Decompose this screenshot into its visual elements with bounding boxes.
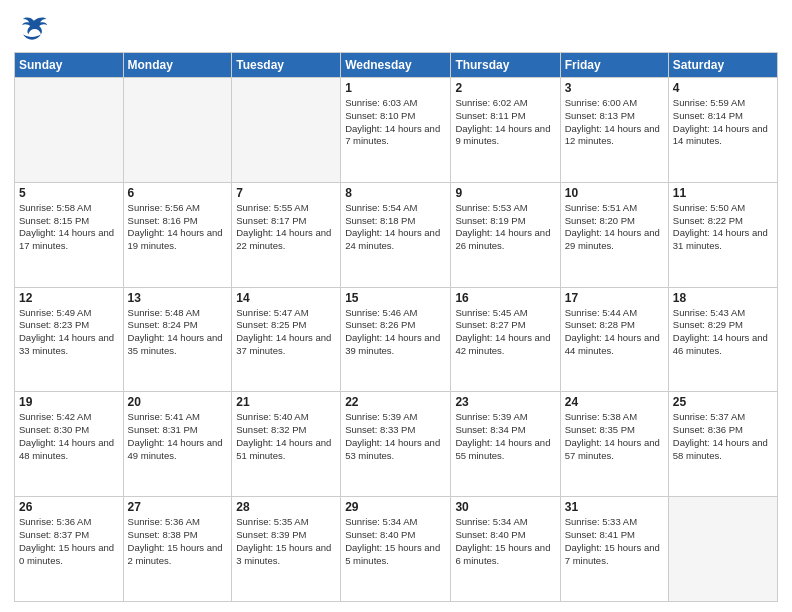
day-number: 9 [455, 186, 555, 200]
day-info: Sunrise: 5:33 AM Sunset: 8:41 PM Dayligh… [565, 516, 664, 567]
calendar-cell: 9Sunrise: 5:53 AM Sunset: 8:19 PM Daylig… [451, 182, 560, 287]
calendar-cell: 2Sunrise: 6:02 AM Sunset: 8:11 PM Daylig… [451, 78, 560, 183]
calendar-cell [123, 78, 232, 183]
day-info: Sunrise: 5:41 AM Sunset: 8:31 PM Dayligh… [128, 411, 228, 462]
calendar-cell: 15Sunrise: 5:46 AM Sunset: 8:26 PM Dayli… [341, 287, 451, 392]
calendar-cell: 8Sunrise: 5:54 AM Sunset: 8:18 PM Daylig… [341, 182, 451, 287]
calendar-cell: 4Sunrise: 5:59 AM Sunset: 8:14 PM Daylig… [668, 78, 777, 183]
day-info: Sunrise: 5:54 AM Sunset: 8:18 PM Dayligh… [345, 202, 446, 253]
day-number: 22 [345, 395, 446, 409]
day-number: 21 [236, 395, 336, 409]
day-info: Sunrise: 5:40 AM Sunset: 8:32 PM Dayligh… [236, 411, 336, 462]
day-number: 11 [673, 186, 773, 200]
header [14, 10, 778, 46]
day-info: Sunrise: 5:56 AM Sunset: 8:16 PM Dayligh… [128, 202, 228, 253]
logo [14, 10, 54, 46]
day-info: Sunrise: 5:37 AM Sunset: 8:36 PM Dayligh… [673, 411, 773, 462]
week-row-5: 26Sunrise: 5:36 AM Sunset: 8:37 PM Dayli… [15, 497, 778, 602]
calendar-cell: 30Sunrise: 5:34 AM Sunset: 8:40 PM Dayli… [451, 497, 560, 602]
day-number: 1 [345, 81, 446, 95]
day-info: Sunrise: 5:34 AM Sunset: 8:40 PM Dayligh… [345, 516, 446, 567]
day-number: 2 [455, 81, 555, 95]
week-row-2: 5Sunrise: 5:58 AM Sunset: 8:15 PM Daylig… [15, 182, 778, 287]
calendar-cell: 31Sunrise: 5:33 AM Sunset: 8:41 PM Dayli… [560, 497, 668, 602]
calendar-cell: 26Sunrise: 5:36 AM Sunset: 8:37 PM Dayli… [15, 497, 124, 602]
day-number: 17 [565, 291, 664, 305]
day-info: Sunrise: 5:39 AM Sunset: 8:34 PM Dayligh… [455, 411, 555, 462]
calendar-cell: 17Sunrise: 5:44 AM Sunset: 8:28 PM Dayli… [560, 287, 668, 392]
weekday-row: Sunday Monday Tuesday Wednesday Thursday… [15, 53, 778, 78]
day-info: Sunrise: 5:45 AM Sunset: 8:27 PM Dayligh… [455, 307, 555, 358]
day-number: 30 [455, 500, 555, 514]
calendar-cell: 16Sunrise: 5:45 AM Sunset: 8:27 PM Dayli… [451, 287, 560, 392]
day-info: Sunrise: 5:50 AM Sunset: 8:22 PM Dayligh… [673, 202, 773, 253]
day-info: Sunrise: 5:51 AM Sunset: 8:20 PM Dayligh… [565, 202, 664, 253]
col-monday: Monday [123, 53, 232, 78]
day-number: 18 [673, 291, 773, 305]
calendar-cell: 29Sunrise: 5:34 AM Sunset: 8:40 PM Dayli… [341, 497, 451, 602]
day-info: Sunrise: 5:48 AM Sunset: 8:24 PM Dayligh… [128, 307, 228, 358]
day-info: Sunrise: 5:36 AM Sunset: 8:38 PM Dayligh… [128, 516, 228, 567]
day-info: Sunrise: 5:55 AM Sunset: 8:17 PM Dayligh… [236, 202, 336, 253]
day-info: Sunrise: 6:00 AM Sunset: 8:13 PM Dayligh… [565, 97, 664, 148]
day-info: Sunrise: 6:02 AM Sunset: 8:11 PM Dayligh… [455, 97, 555, 148]
calendar-cell: 22Sunrise: 5:39 AM Sunset: 8:33 PM Dayli… [341, 392, 451, 497]
day-number: 14 [236, 291, 336, 305]
col-tuesday: Tuesday [232, 53, 341, 78]
day-info: Sunrise: 5:36 AM Sunset: 8:37 PM Dayligh… [19, 516, 119, 567]
day-number: 23 [455, 395, 555, 409]
day-number: 5 [19, 186, 119, 200]
day-number: 16 [455, 291, 555, 305]
week-row-4: 19Sunrise: 5:42 AM Sunset: 8:30 PM Dayli… [15, 392, 778, 497]
col-saturday: Saturday [668, 53, 777, 78]
day-info: Sunrise: 5:35 AM Sunset: 8:39 PM Dayligh… [236, 516, 336, 567]
week-row-3: 12Sunrise: 5:49 AM Sunset: 8:23 PM Dayli… [15, 287, 778, 392]
day-info: Sunrise: 5:43 AM Sunset: 8:29 PM Dayligh… [673, 307, 773, 358]
day-info: Sunrise: 5:47 AM Sunset: 8:25 PM Dayligh… [236, 307, 336, 358]
day-number: 6 [128, 186, 228, 200]
day-info: Sunrise: 5:53 AM Sunset: 8:19 PM Dayligh… [455, 202, 555, 253]
day-number: 8 [345, 186, 446, 200]
col-thursday: Thursday [451, 53, 560, 78]
day-number: 10 [565, 186, 664, 200]
calendar-cell: 28Sunrise: 5:35 AM Sunset: 8:39 PM Dayli… [232, 497, 341, 602]
day-number: 3 [565, 81, 664, 95]
day-info: Sunrise: 5:44 AM Sunset: 8:28 PM Dayligh… [565, 307, 664, 358]
calendar-cell: 20Sunrise: 5:41 AM Sunset: 8:31 PM Dayli… [123, 392, 232, 497]
calendar: Sunday Monday Tuesday Wednesday Thursday… [14, 52, 778, 602]
calendar-cell: 27Sunrise: 5:36 AM Sunset: 8:38 PM Dayli… [123, 497, 232, 602]
day-number: 15 [345, 291, 446, 305]
calendar-cell: 23Sunrise: 5:39 AM Sunset: 8:34 PM Dayli… [451, 392, 560, 497]
calendar-cell: 5Sunrise: 5:58 AM Sunset: 8:15 PM Daylig… [15, 182, 124, 287]
calendar-cell: 21Sunrise: 5:40 AM Sunset: 8:32 PM Dayli… [232, 392, 341, 497]
calendar-cell: 12Sunrise: 5:49 AM Sunset: 8:23 PM Dayli… [15, 287, 124, 392]
day-number: 4 [673, 81, 773, 95]
day-number: 27 [128, 500, 228, 514]
day-info: Sunrise: 5:42 AM Sunset: 8:30 PM Dayligh… [19, 411, 119, 462]
day-number: 28 [236, 500, 336, 514]
calendar-cell: 24Sunrise: 5:38 AM Sunset: 8:35 PM Dayli… [560, 392, 668, 497]
calendar-cell: 3Sunrise: 6:00 AM Sunset: 8:13 PM Daylig… [560, 78, 668, 183]
calendar-cell [668, 497, 777, 602]
day-number: 26 [19, 500, 119, 514]
day-info: Sunrise: 5:46 AM Sunset: 8:26 PM Dayligh… [345, 307, 446, 358]
calendar-cell: 11Sunrise: 5:50 AM Sunset: 8:22 PM Dayli… [668, 182, 777, 287]
calendar-cell: 18Sunrise: 5:43 AM Sunset: 8:29 PM Dayli… [668, 287, 777, 392]
col-sunday: Sunday [15, 53, 124, 78]
calendar-cell: 10Sunrise: 5:51 AM Sunset: 8:20 PM Dayli… [560, 182, 668, 287]
day-number: 13 [128, 291, 228, 305]
calendar-cell: 14Sunrise: 5:47 AM Sunset: 8:25 PM Dayli… [232, 287, 341, 392]
calendar-cell: 13Sunrise: 5:48 AM Sunset: 8:24 PM Dayli… [123, 287, 232, 392]
day-number: 31 [565, 500, 664, 514]
calendar-cell [15, 78, 124, 183]
calendar-header: Sunday Monday Tuesday Wednesday Thursday… [15, 53, 778, 78]
day-info: Sunrise: 6:03 AM Sunset: 8:10 PM Dayligh… [345, 97, 446, 148]
week-row-1: 1Sunrise: 6:03 AM Sunset: 8:10 PM Daylig… [15, 78, 778, 183]
calendar-cell: 6Sunrise: 5:56 AM Sunset: 8:16 PM Daylig… [123, 182, 232, 287]
day-info: Sunrise: 5:38 AM Sunset: 8:35 PM Dayligh… [565, 411, 664, 462]
col-friday: Friday [560, 53, 668, 78]
day-number: 19 [19, 395, 119, 409]
calendar-cell: 25Sunrise: 5:37 AM Sunset: 8:36 PM Dayli… [668, 392, 777, 497]
day-number: 24 [565, 395, 664, 409]
day-number: 25 [673, 395, 773, 409]
